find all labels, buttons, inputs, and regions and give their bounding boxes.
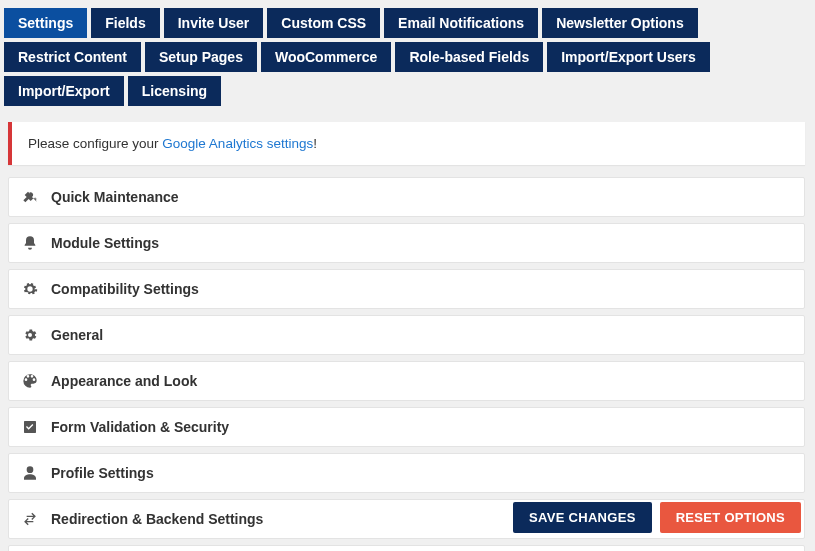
- panel-general[interactable]: General: [8, 315, 805, 355]
- save-button[interactable]: SAVE CHANGES: [513, 502, 652, 533]
- panel-quick-maintenance[interactable]: Quick Maintenance: [8, 177, 805, 217]
- bell-icon: [21, 234, 39, 252]
- panel-label: Quick Maintenance: [51, 189, 179, 205]
- tab-restrict-content[interactable]: Restrict Content: [4, 42, 141, 72]
- gear-icon: [21, 326, 39, 344]
- tab-settings[interactable]: Settings: [4, 8, 87, 38]
- panel-label: Redirection & Backend Settings: [51, 511, 263, 527]
- tab-woocommerce[interactable]: WooCommerce: [261, 42, 391, 72]
- tab-setup-pages[interactable]: Setup Pages: [145, 42, 257, 72]
- tools-icon: [21, 188, 39, 206]
- tab-licensing[interactable]: Licensing: [128, 76, 221, 106]
- notice-prefix: Please configure your: [28, 136, 162, 151]
- settings-panels: Quick MaintenanceModule SettingsCompatib…: [8, 177, 805, 551]
- panel-compatibility-settings[interactable]: Compatibility Settings: [8, 269, 805, 309]
- tab-fields[interactable]: Fields: [91, 8, 159, 38]
- tab-import-export[interactable]: Import/Export: [4, 76, 124, 106]
- panel-login-settings[interactable]: Login Settings: [8, 545, 805, 551]
- check-square-icon: [21, 418, 39, 436]
- tab-custom-css[interactable]: Custom CSS: [267, 8, 380, 38]
- reset-button[interactable]: RESET OPTIONS: [660, 502, 801, 533]
- palette-icon: [21, 372, 39, 390]
- tab-invite-user[interactable]: Invite User: [164, 8, 264, 38]
- panel-label: Compatibility Settings: [51, 281, 199, 297]
- tab-newsletter-options[interactable]: Newsletter Options: [542, 8, 698, 38]
- tab-email-notifications[interactable]: Email Notifications: [384, 8, 538, 38]
- action-bar: SAVE CHANGES RESET OPTIONS: [513, 502, 801, 533]
- cogs-icon: [21, 280, 39, 298]
- panel-profile-settings[interactable]: Profile Settings: [8, 453, 805, 493]
- panel-label: Module Settings: [51, 235, 159, 251]
- panel-form-validation-security[interactable]: Form Validation & Security: [8, 407, 805, 447]
- arrows-icon: [21, 510, 39, 528]
- panel-label: Appearance and Look: [51, 373, 197, 389]
- tab-role-based-fields[interactable]: Role-based Fields: [395, 42, 543, 72]
- tab-bar: SettingsFieldsInvite UserCustom CSSEmail…: [0, 0, 815, 106]
- tab-import-export-users[interactable]: Import/Export Users: [547, 42, 710, 72]
- notice-suffix: !: [313, 136, 317, 151]
- notice-link[interactable]: Google Analytics settings: [162, 136, 313, 151]
- panel-label: General: [51, 327, 103, 343]
- panel-module-settings[interactable]: Module Settings: [8, 223, 805, 263]
- panel-appearance-and-look[interactable]: Appearance and Look: [8, 361, 805, 401]
- panel-label: Form Validation & Security: [51, 419, 229, 435]
- config-notice: Please configure your Google Analytics s…: [8, 122, 805, 165]
- panel-label: Profile Settings: [51, 465, 154, 481]
- user-icon: [21, 464, 39, 482]
